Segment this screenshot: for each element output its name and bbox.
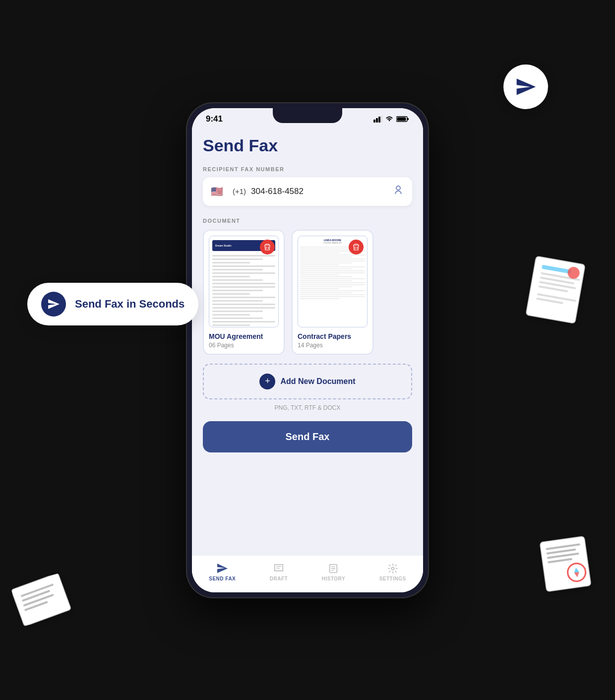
delete-doc-1-button[interactable] [260, 240, 275, 255]
page-title: Send Fax [203, 136, 412, 155]
svg-rect-21 [376, 118, 378, 123]
country-code: (+1) [233, 187, 246, 195]
nav-send-fax[interactable]: SEND FAX [209, 563, 236, 581]
svg-rect-22 [378, 117, 380, 123]
svg-point-27 [396, 186, 400, 190]
doc-name-2: Contract Papers [298, 332, 368, 340]
svg-rect-20 [373, 120, 375, 123]
recipient-label: RECIPIENT FAX NUMBER [203, 166, 412, 172]
status-icons [373, 116, 409, 123]
nav-label-draft: DRAFT [270, 576, 288, 581]
phone-notch [273, 108, 342, 123]
float-paper-top-right [523, 254, 593, 327]
document-list: Dream Studio [203, 230, 412, 355]
send-fax-button[interactable]: Send Fax [203, 421, 412, 452]
svg-point-29 [391, 567, 394, 570]
signal-icon [373, 116, 382, 123]
scene: 9:41 [0, 0, 615, 700]
draft-nav-icon [273, 563, 284, 574]
history-nav-icon [328, 563, 339, 574]
float-paper-bottom-right [537, 533, 599, 594]
scroll-area: Send Fax RECIPIENT FAX NUMBER 🇺🇸 (+1) 30… [192, 128, 423, 533]
doc-pages-2: 14 Pages [298, 342, 368, 349]
float-send-icon [503, 64, 548, 109]
nav-settings[interactable]: SETTINGS [379, 563, 406, 581]
bottom-navigation: SEND FAX DRAFT HISTORY [192, 555, 423, 592]
document-label: DOCUMENT [203, 218, 412, 224]
svg-rect-9 [540, 536, 591, 592]
contact-icon[interactable] [392, 184, 404, 199]
send-fax-nav-icon [216, 563, 228, 574]
svg-rect-23 [381, 116, 382, 123]
flag-icon: 🇺🇸 [211, 185, 229, 198]
add-document-label: Add New Document [280, 377, 355, 386]
settings-nav-icon [387, 563, 398, 574]
nav-label-history: HISTORY [322, 576, 345, 581]
svg-rect-26 [397, 117, 406, 121]
app-content: Send Fax RECIPIENT FAX NUMBER 🇺🇸 (+1) 30… [192, 128, 423, 568]
fax-number-input[interactable]: 304-618-4582 [251, 187, 392, 196]
nav-label-send-fax: SEND FAX [209, 576, 236, 581]
fax-input-row[interactable]: 🇺🇸 (+1) 304-618-4582 [203, 177, 412, 206]
document-card-2: LINDA MOORE CONTENT MARKETER [292, 230, 373, 355]
nav-history[interactable]: HISTORY [322, 563, 345, 581]
nav-label-settings: SETTINGS [379, 576, 406, 581]
document-card-1: Dream Studio [203, 230, 285, 355]
phone-frame: 9:41 [186, 102, 429, 598]
float-paper-bottom-left [10, 572, 74, 627]
nav-draft[interactable]: DRAFT [270, 563, 288, 581]
delete-doc-2-button[interactable] [349, 240, 364, 255]
pill-text: Send Fax in Seconds [75, 298, 184, 311]
status-time: 9:41 [206, 114, 223, 124]
phone-screen: 9:41 [192, 108, 423, 592]
doc-pages-1: 06 Pages [209, 342, 279, 349]
battery-icon [396, 116, 409, 123]
svg-rect-25 [407, 118, 409, 120]
feature-pill: Send Fax in Seconds [27, 283, 198, 325]
add-icon: + [259, 374, 275, 389]
file-types-label: PNG, TXT, RTF & DOCX [203, 404, 412, 411]
doc-name-1: MOU Agreement [209, 332, 279, 340]
wifi-icon [385, 116, 393, 123]
pill-icon [41, 292, 66, 317]
add-document-button[interactable]: + Add New Document [203, 364, 412, 399]
